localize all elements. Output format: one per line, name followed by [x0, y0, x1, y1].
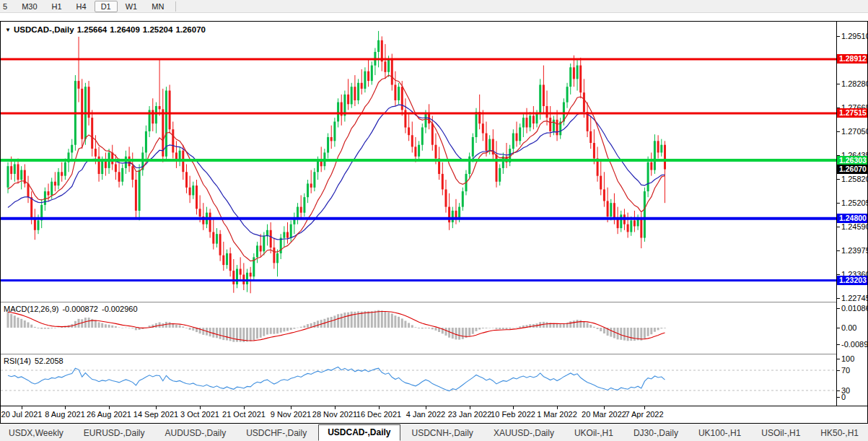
- macd-label: MACD(12,26,9)-0.000872-0.002960: [4, 305, 141, 313]
- rsi-axis-0: 0: [841, 393, 846, 401]
- date-label: 4 Jan 2022: [406, 410, 445, 419]
- chart-symbol-label: USDCAD-,Daily: [14, 25, 74, 34]
- level-price-badge: 1.24800: [837, 214, 867, 223]
- macd-main-value: -0.000872: [62, 305, 98, 313]
- timeframe-m30[interactable]: M30: [15, 1, 43, 12]
- macd-axis-zero: 0.00: [841, 324, 856, 332]
- symbol-tab-bar: USDX,WeeklyEURUSD-,DailyAUDUSD-,DailyUSD…: [0, 424, 868, 441]
- axis-tick-mark: [837, 203, 840, 204]
- bar-open-value: 1.25664: [77, 25, 108, 34]
- chart-window: ▼USDCAD-,Daily1.256641.264091.252041.260…: [0, 21, 868, 424]
- tab-uk100-h1[interactable]: UK100-,H1: [690, 426, 750, 441]
- price-axis[interactable]: 1.295101.282801.276651.270501.264351.258…: [837, 22, 867, 406]
- axis-tick-mark: [837, 179, 840, 180]
- tab-audusd-daily[interactable]: AUDUSD-,Daily: [156, 426, 234, 441]
- price-tick-label: 1.25205: [841, 199, 868, 207]
- price-chart-plot[interactable]: [1, 22, 836, 302]
- price-tick-label: 1.27050: [841, 128, 868, 136]
- timeframe-h1[interactable]: H1: [45, 1, 69, 12]
- date-label: 10 Feb 2022: [491, 410, 535, 419]
- tab-usdx-weekly[interactable]: USDX,Weekly: [0, 426, 72, 441]
- tab-usdcnh-daily[interactable]: USDCNH-,Daily: [403, 426, 482, 441]
- date-label: 21 Oct 2021: [222, 410, 266, 419]
- price-tick-label: 1.29510: [841, 32, 868, 40]
- axis-tick-mark: [837, 131, 840, 132]
- date-tick-mark: [156, 406, 157, 409]
- date-label: 9 Nov 2021: [271, 410, 311, 419]
- tab-ukoil-h1[interactable]: UKOil-,H1: [566, 426, 622, 441]
- tab-hk50-h1[interactable]: HK50-,H1: [812, 426, 867, 441]
- macd-panel: MACD(12,26,9)-0.000872-0.002960: [1, 303, 836, 354]
- date-tick-mark: [244, 406, 245, 409]
- price-tick-label: 1.28280: [841, 80, 868, 88]
- date-tick-mark: [379, 406, 380, 409]
- date-label: 14 Sep 2021: [133, 410, 178, 419]
- price-tick-label: 1.25820: [841, 175, 868, 183]
- date-label: 7 Apr 2022: [625, 410, 663, 419]
- date-tick-mark: [291, 406, 291, 409]
- tab-usdcad-daily[interactable]: USDCAD-,Daily: [318, 424, 400, 441]
- date-tick-mark: [557, 406, 558, 409]
- toolbar-separator: [175, 1, 176, 12]
- trading-terminal: 5M30H1H4D1W1MN ▼USDCAD-,Daily1.256641.26…: [0, 0, 868, 441]
- level-price-badge: 1.23203: [837, 276, 867, 285]
- date-tick-mark: [335, 406, 336, 409]
- timeframe-5[interactable]: 5: [1, 1, 14, 12]
- axis-tick-mark: [837, 274, 840, 275]
- price-tick-label: 1.22745: [841, 294, 868, 302]
- date-label: 26 Aug 2021: [87, 410, 131, 419]
- rsi-value: 52.2058: [35, 357, 63, 365]
- bar-high-value: 1.26409: [110, 25, 140, 34]
- rsi-axis-70: 70: [841, 367, 850, 375]
- axis-tick-mark: [837, 359, 840, 359]
- timeframe-d1[interactable]: D1: [95, 1, 118, 12]
- symbol-dropdown-icon[interactable]: ▼: [5, 27, 11, 33]
- axis-tick-mark: [837, 227, 840, 227]
- timeframe-toolbar: 5M30H1H4D1W1MN: [0, 0, 868, 13]
- current-price-badge: 1.26070: [837, 165, 867, 174]
- level-price-badge: 1.27515: [837, 108, 867, 118]
- date-label: 28 Nov 2021: [312, 410, 357, 419]
- tab-eurusd-daily[interactable]: EURUSD-,Daily: [75, 426, 154, 441]
- macd-signal-value: -0.002960: [102, 305, 138, 313]
- axis-tick-mark: [837, 308, 840, 309]
- tab-usdchf-daily[interactable]: USDCHF-,Daily: [237, 426, 315, 441]
- date-tick-mark: [200, 406, 201, 409]
- axis-tick-mark: [837, 344, 840, 345]
- axis-tick-mark: [837, 298, 840, 299]
- rsi-axis-100: 100: [841, 355, 854, 363]
- date-label: 8 Aug 2021: [45, 410, 85, 419]
- chart-title: ▼USDCAD-,Daily1.256641.264091.252041.260…: [5, 25, 209, 34]
- timeframe-mn[interactable]: MN: [145, 1, 170, 12]
- bar-close-value: 1.26070: [175, 25, 206, 34]
- level-price-badge: 1.28912: [837, 54, 867, 64]
- date-axis[interactable]: 20 Jul 20218 Aug 202126 Aug 202114 Sep 2…: [1, 406, 867, 422]
- date-tick-mark: [22, 406, 22, 409]
- date-label: 23 Jan 2022: [448, 410, 492, 419]
- rsi-chart: [1, 355, 836, 406]
- date-label: 16 Dec 2021: [356, 410, 401, 419]
- axis-tick-mark: [837, 84, 840, 84]
- date-label: 20 Jul 2021: [1, 410, 43, 419]
- axis-tick-mark: [837, 328, 840, 328]
- macd-axis-max: 0.010869: [841, 305, 868, 313]
- tab-usoil-h1[interactable]: USOil-,H1: [753, 426, 809, 441]
- axis-tick-mark: [837, 370, 840, 371]
- macd-axis-min: -0.00897: [841, 341, 868, 349]
- rsi-panel: RSI(14)52.2058: [1, 355, 836, 406]
- date-tick-mark: [65, 406, 66, 409]
- rsi-label: RSI(14)52.2058: [4, 357, 67, 365]
- date-label: 3 Oct 2021: [180, 410, 219, 419]
- tab-xauusd-daily[interactable]: XAUUSD-,Daily: [485, 426, 563, 441]
- date-tick-mark: [513, 406, 514, 409]
- candlestick-chart: [1, 22, 836, 302]
- timeframe-w1[interactable]: W1: [119, 1, 144, 12]
- date-tick-mark: [604, 406, 605, 409]
- price-tick-label: 1.23975: [841, 247, 868, 255]
- rsi-indicator-name: RSI(14): [4, 357, 31, 365]
- axis-tick-mark: [837, 397, 840, 398]
- ma-fast-line: [8, 75, 665, 261]
- date-tick-mark: [470, 406, 470, 409]
- timeframe-h4[interactable]: H4: [70, 1, 93, 12]
- tab-dj30-daily[interactable]: DJ30-,Daily: [625, 426, 687, 441]
